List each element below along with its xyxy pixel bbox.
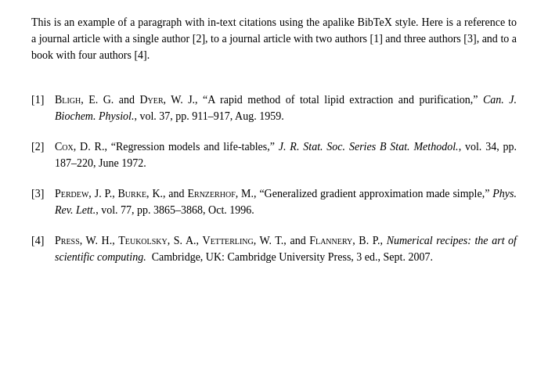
ref-label-2: [2] — [31, 138, 55, 155]
reference-item-1: [1] Bligh, E. G. and Dyer, W. J., “A rap… — [31, 92, 517, 124]
ref3-author3-last: Ernzerhof — [187, 188, 235, 200]
ref3-author2-last: Burke — [118, 188, 147, 200]
main-paragraph: This is an example of a paragraph with i… — [31, 14, 517, 63]
references-section: [1] Bligh, E. G. and Dyer, W. J., “A rap… — [31, 92, 517, 265]
reference-item-2: [2] Cox, D. R., “Regression models and l… — [31, 138, 517, 171]
ref4-author3-last: Vetterling — [203, 235, 254, 246]
ref1-journal: Can. J. Biochem. Physiol. — [55, 94, 517, 122]
ref-content-3: Perdew, J. P., Burke, K., and Ernzerhof,… — [55, 185, 517, 218]
ref1-author2-last: Dyer — [139, 94, 163, 106]
paragraph-text: This is an example of a paragraph with i… — [31, 16, 517, 61]
ref-label-1: [1] — [31, 92, 55, 108]
ref3-author1-last: Perdew — [55, 188, 88, 200]
ref-content-2: Cox, D. R., “Regression models and life-… — [55, 138, 517, 171]
reference-item-3: [3] Perdew, J. P., Burke, K., and Ernzer… — [31, 185, 517, 218]
ref-label-3: [3] — [31, 185, 55, 202]
ref4-author4-last: Flannery — [309, 235, 352, 246]
ref2-author1-last: Cox — [55, 141, 74, 153]
ref4-author1-last: Press — [55, 235, 80, 246]
ref-content-1: Bligh, E. G. and Dyer, W. J., “A rapid m… — [55, 92, 517, 124]
ref1-author1-last: Bligh — [55, 94, 81, 106]
ref4-author2-last: Teukolsky — [118, 235, 167, 246]
reference-item-4: [4] Press, W. H., Teukolsky, S. A., Vett… — [31, 232, 517, 265]
ref2-journal: J. R. Stat. Soc. Series B Stat. Methodol… — [279, 141, 459, 153]
ref-content-4: Press, W. H., Teukolsky, S. A., Vetterli… — [55, 232, 517, 265]
ref-label-4: [4] — [31, 232, 55, 249]
